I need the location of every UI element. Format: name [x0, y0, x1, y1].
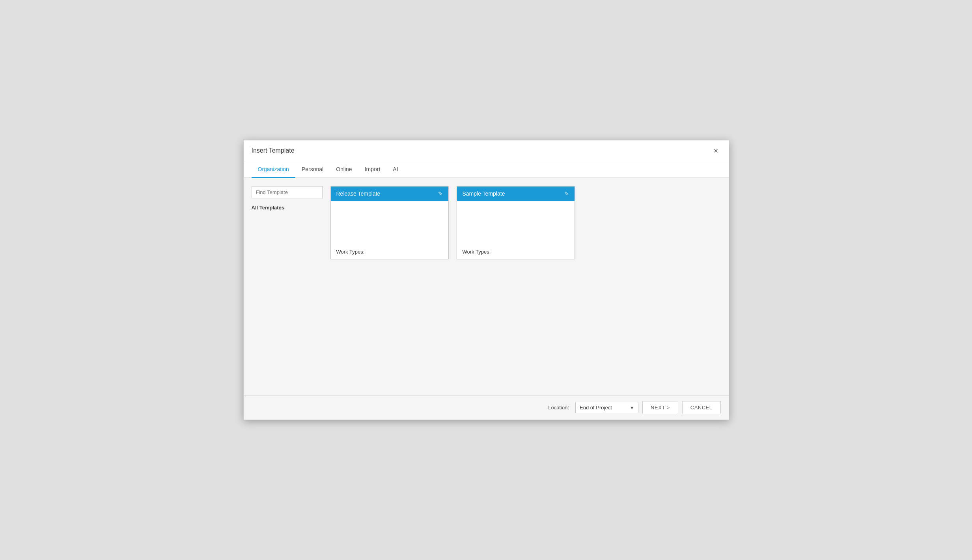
close-button[interactable]: × — [711, 146, 721, 155]
template-card-body-release: Work Types: — [331, 201, 448, 259]
dialog-title: Insert Template — [252, 147, 295, 154]
dialog-body: All Templates Release Template ✎ Work Ty… — [244, 178, 729, 395]
work-types-label-release: Work Types: — [336, 249, 443, 255]
insert-template-dialog: Insert Template × Organization Personal … — [243, 140, 729, 420]
sidebar: All Templates — [252, 186, 323, 387]
tab-organization[interactable]: Organization — [252, 161, 295, 178]
search-input[interactable] — [252, 186, 323, 198]
tab-online[interactable]: Online — [330, 161, 358, 178]
location-dropdown[interactable]: End of Project ▼ — [575, 402, 638, 413]
edit-icon-release[interactable]: ✎ — [438, 190, 443, 197]
tab-import[interactable]: Import — [358, 161, 387, 178]
tab-ai[interactable]: AI — [386, 161, 404, 178]
location-value: End of Project — [580, 405, 612, 411]
dropdown-arrow-icon: ▼ — [630, 405, 634, 410]
dialog-header: Insert Template × — [244, 140, 729, 161]
work-types-label-sample: Work Types: — [463, 249, 569, 255]
template-title-sample: Sample Template — [463, 190, 505, 197]
tab-personal[interactable]: Personal — [295, 161, 330, 178]
templates-grid: Release Template ✎ Work Types: Sample Te… — [330, 186, 721, 387]
tabs-bar: Organization Personal Online Import AI — [244, 161, 729, 178]
template-card-header-sample: Sample Template ✎ — [457, 187, 575, 201]
template-card-sample[interactable]: Sample Template ✎ Work Types: — [457, 186, 575, 259]
template-card-header-release: Release Template ✎ — [331, 187, 448, 201]
template-title-release: Release Template — [336, 190, 381, 197]
all-templates-label: All Templates — [252, 205, 323, 211]
edit-icon-sample[interactable]: ✎ — [564, 190, 569, 197]
dialog-footer: Location: End of Project ▼ NEXT > CANCEL — [244, 395, 729, 420]
cancel-button[interactable]: CANCEL — [682, 401, 721, 414]
template-card-release[interactable]: Release Template ✎ Work Types: — [330, 186, 449, 259]
template-card-body-sample: Work Types: — [457, 201, 575, 259]
location-label: Location: — [548, 405, 569, 411]
next-button[interactable]: NEXT > — [642, 401, 678, 414]
